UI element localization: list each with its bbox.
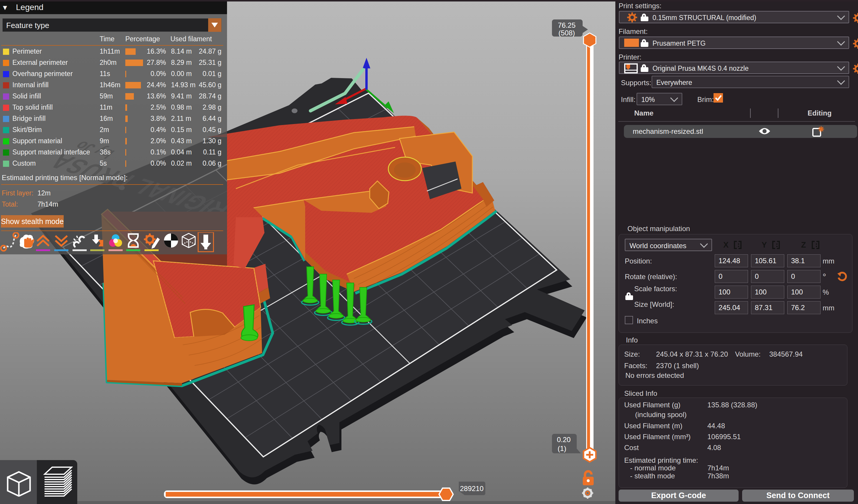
svg-text:(508): (508) — [558, 29, 575, 37]
svg-text:Y: Y — [762, 241, 767, 249]
svg-text:0.20: 0.20 — [557, 436, 571, 443]
svg-text:289210: 289210 — [460, 485, 483, 492]
svg-text:Z: Z — [801, 241, 806, 249]
svg-text:X: X — [723, 241, 729, 249]
svg-text:76.25: 76.25 — [558, 21, 575, 29]
svg-text:(1): (1) — [558, 444, 566, 452]
